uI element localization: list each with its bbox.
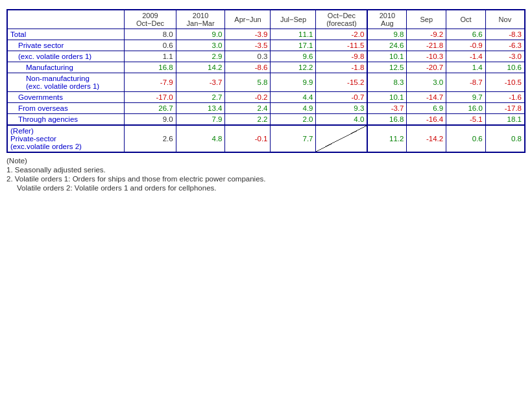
cell-value: 12.5	[367, 62, 407, 73]
refer-cell: 0.6	[446, 125, 486, 152]
table-header-row: 2009Oct−Dec 2010Jan−Mar Apr−Jun Jul−Sep …	[7, 10, 525, 29]
cell-value: 3.0	[176, 40, 225, 51]
refer-label: (Refer)Private-sector(exc.volatile order…	[7, 125, 125, 152]
cell-value: 9.8	[367, 29, 407, 40]
table-row: Manufacturing16.814.2-8.612.2-1.812.5-20…	[7, 62, 525, 73]
cell-value: 4.9	[271, 103, 316, 114]
row-label: Manufacturing	[7, 62, 125, 73]
table-row: Private sector0.63.0-3.517.1-11.524.6-21…	[7, 40, 525, 51]
row-label: Governments	[7, 92, 125, 103]
cell-value: 9.0	[125, 114, 176, 126]
cell-value: -3.7	[367, 103, 407, 114]
cell-value: -9.2	[407, 29, 446, 40]
header-oct-dec-forecast: Oct−Dec(forecast)	[316, 10, 367, 29]
cell-value: 17.1	[271, 40, 316, 51]
refer-cell: -0.1	[225, 125, 271, 152]
cell-value: -3.0	[485, 51, 525, 62]
refer-cell: 7.7	[271, 125, 316, 152]
cell-value: -11.5	[316, 40, 367, 51]
cell-value: 14.2	[176, 62, 225, 73]
cell-value: -0.7	[316, 92, 367, 103]
cell-value: -17.0	[125, 92, 176, 103]
header-apr-jun: Apr−Jun	[225, 10, 271, 29]
cell-value: 7.9	[176, 114, 225, 126]
cell-value: 1.1	[125, 51, 176, 62]
table-row: Total8.09.0-3.911.1-2.09.8-9.26.6-8.3	[7, 29, 525, 40]
header-oct: Oct	[446, 10, 486, 29]
cell-value: 18.1	[485, 114, 525, 126]
cell-value: 0.3	[225, 51, 271, 62]
cell-value: -3.7	[176, 73, 225, 92]
cell-value: 10.6	[485, 62, 525, 73]
row-label: From overseas	[7, 103, 125, 114]
cell-value: -7.9	[125, 73, 176, 92]
header-nov: Nov	[485, 10, 525, 29]
row-label: Total	[7, 29, 125, 40]
row-label: Non-manufacturing(exc. volatile orders 1…	[7, 73, 125, 92]
cell-value: -10.5	[485, 73, 525, 92]
cell-value: 9.0	[176, 29, 225, 40]
cell-value: 2.7	[176, 92, 225, 103]
refer-cell: 11.2	[367, 125, 407, 152]
cell-value: 11.1	[271, 29, 316, 40]
cell-value: 9.9	[271, 73, 316, 92]
row-label: Private sector	[7, 40, 125, 51]
note-1: 1. Seasonally adjusted series.	[6, 166, 526, 174]
cell-value: 24.6	[367, 40, 407, 51]
cell-value: -6.3	[485, 40, 525, 51]
table-row: Governments-17.02.7-0.24.4-0.710.1-14.79…	[7, 92, 525, 103]
cell-value: -0.2	[225, 92, 271, 103]
cell-value: -2.0	[316, 29, 367, 40]
refer-cell	[316, 125, 367, 152]
cell-value: -0.9	[446, 40, 486, 51]
cell-value: -8.7	[446, 73, 486, 92]
cell-value: -21.8	[407, 40, 446, 51]
cell-value: 12.2	[271, 62, 316, 73]
header-2010-jan-mar: 2010Jan−Mar	[176, 10, 225, 29]
refer-cell: 2.6	[125, 125, 176, 152]
refer-cell: -14.2	[407, 125, 446, 152]
refer-cell: 4.8	[176, 125, 225, 152]
header-label-col	[7, 10, 125, 29]
cell-value: 2.4	[225, 103, 271, 114]
header-2009-oct-dec: 2009Oct−Dec	[125, 10, 176, 29]
cell-value: 26.7	[125, 103, 176, 114]
cell-value: 10.1	[367, 92, 407, 103]
cell-value: 0.6	[125, 40, 176, 51]
header-sep: Sep	[407, 10, 446, 29]
refer-row: (Refer)Private-sector(exc.volatile order…	[7, 125, 525, 152]
cell-value: -1.6	[485, 92, 525, 103]
cell-value: 4.0	[316, 114, 367, 126]
cell-value: -3.9	[225, 29, 271, 40]
header-jul-sep: Jul−Sep	[271, 10, 316, 29]
table-row: From overseas26.713.42.44.99.3-3.76.916.…	[7, 103, 525, 114]
cell-value: 1.4	[446, 62, 486, 73]
cell-value: -1.8	[316, 62, 367, 73]
cell-value: 4.4	[271, 92, 316, 103]
cell-value: -8.3	[485, 29, 525, 40]
header-2010-aug: 2010Aug	[367, 10, 407, 29]
cell-value: 9.6	[271, 51, 316, 62]
row-label: Through agencies	[7, 114, 125, 126]
table-row: Through agencies9.07.92.22.04.016.8-16.4…	[7, 114, 525, 126]
cell-value: -8.6	[225, 62, 271, 73]
cell-value: -14.7	[407, 92, 446, 103]
table-row: Non-manufacturing(exc. volatile orders 1…	[7, 73, 525, 92]
notes-section: (Note) 1. Seasonally adjusted series. 2.…	[6, 157, 526, 192]
cell-value: 10.1	[367, 51, 407, 62]
cell-value: 2.0	[271, 114, 316, 126]
cell-value: 2.9	[176, 51, 225, 62]
cell-value: 2.2	[225, 114, 271, 126]
cell-value: 9.3	[316, 103, 367, 114]
cell-value: 16.8	[125, 62, 176, 73]
cell-value: 16.8	[367, 114, 407, 126]
cell-value: -3.5	[225, 40, 271, 51]
cell-value: 8.0	[125, 29, 176, 40]
note-3: Volatile orders 2: Volatile orders 1 and…	[6, 184, 526, 192]
cell-value: -16.4	[407, 114, 446, 126]
note-header: (Note)	[6, 157, 526, 165]
cell-value: -17.8	[485, 103, 525, 114]
cell-value: 16.0	[446, 103, 486, 114]
cell-value: -15.2	[316, 73, 367, 92]
cell-value: -5.1	[446, 114, 486, 126]
